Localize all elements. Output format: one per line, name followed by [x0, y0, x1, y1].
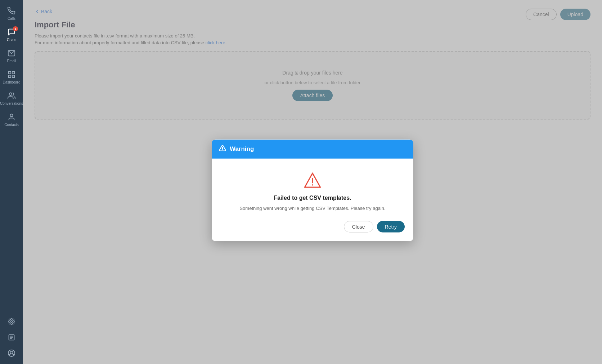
- sidebar: Calls 1 Chats Email Dashboard: [0, 0, 23, 364]
- chats-badge: 1: [13, 26, 18, 31]
- modal-footer: Close Retry: [212, 221, 413, 241]
- sidebar-bottom: [0, 314, 23, 361]
- sidebar-item-contacts-label: Contacts: [4, 123, 18, 127]
- modal-body: Failed to get CSV templates. Something w…: [212, 158, 413, 221]
- error-icon: [303, 171, 322, 190]
- sidebar-item-user[interactable]: [0, 345, 23, 361]
- modal-error-desc: Something went wrong while getting CSV T…: [239, 205, 385, 211]
- user-circle-icon: [7, 349, 16, 358]
- modal-header: Warning: [212, 139, 413, 158]
- modal-error-title: Failed to get CSV templates.: [274, 194, 351, 201]
- svg-rect-1: [9, 72, 11, 74]
- svg-point-7: [11, 321, 13, 323]
- modal-wrapper: Warning Failed to get CSV templates. Som…: [212, 139, 413, 241]
- sidebar-item-chats-label: Chats: [7, 38, 16, 42]
- sidebar-item-calls-label: Calls: [8, 17, 15, 21]
- dashboard-icon: [7, 70, 16, 79]
- conversations-icon: [7, 91, 16, 100]
- svg-rect-2: [12, 72, 14, 74]
- sidebar-item-calls[interactable]: Calls: [0, 3, 23, 24]
- email-icon: [7, 49, 16, 58]
- sidebar-item-contacts[interactable]: Contacts: [0, 109, 23, 130]
- chat-icon: 1: [7, 28, 16, 36]
- svg-point-6: [10, 114, 13, 117]
- svg-rect-4: [9, 75, 11, 77]
- sidebar-item-conversations-label: Conversations: [0, 102, 23, 105]
- svg-rect-3: [12, 75, 14, 77]
- main-content: Back Import File Please import your cont…: [23, 0, 602, 364]
- svg-point-5: [9, 93, 12, 95]
- notes-icon: [7, 333, 16, 342]
- gear-icon: [7, 317, 16, 326]
- sidebar-item-dashboard[interactable]: Dashboard: [0, 67, 23, 88]
- sidebar-item-email[interactable]: Email: [0, 45, 23, 67]
- close-button[interactable]: Close: [344, 221, 373, 232]
- modal-overlay: Warning Failed to get CSV templates. Som…: [23, 0, 602, 364]
- warning-header-icon: [219, 144, 226, 153]
- phone-icon: [7, 6, 16, 15]
- sidebar-item-chats[interactable]: 1 Chats: [0, 24, 23, 45]
- sidebar-item-email-label: Email: [7, 59, 16, 63]
- sidebar-item-conversations[interactable]: Conversations: [0, 88, 23, 109]
- retry-button[interactable]: Retry: [377, 221, 405, 232]
- warning-modal: Warning Failed to get CSV templates. Som…: [212, 139, 413, 241]
- sidebar-item-settings[interactable]: [0, 314, 23, 329]
- sidebar-item-notes[interactable]: [0, 329, 23, 345]
- svg-point-16: [312, 184, 313, 185]
- sidebar-item-dashboard-label: Dashboard: [3, 80, 21, 84]
- contacts-icon: [7, 113, 16, 121]
- modal-title: Warning: [230, 145, 254, 153]
